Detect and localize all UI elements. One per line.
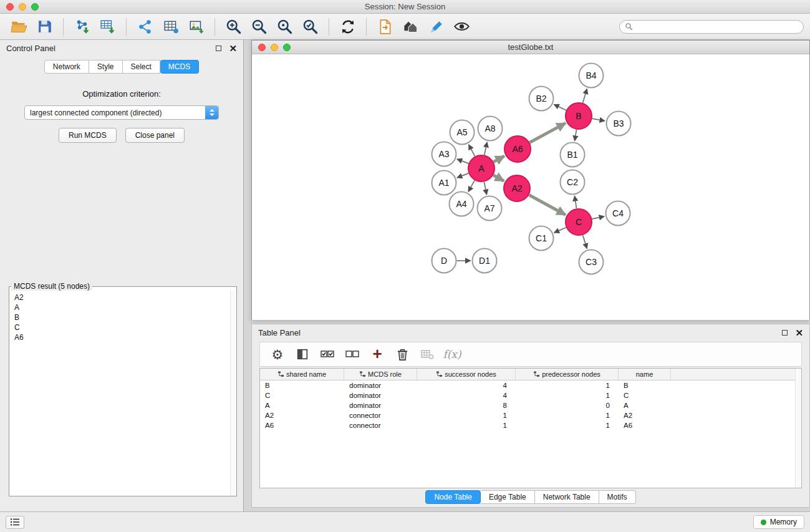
run-mcds-button[interactable]: Run MCDS (59, 128, 117, 143)
graph-node-A6[interactable]: A6 (504, 136, 531, 162)
save-session-button[interactable] (32, 16, 57, 37)
result-scrollbar[interactable] (230, 291, 236, 496)
function-builder-button[interactable]: f(x) (441, 344, 463, 364)
graph-edge-A-A2[interactable] (493, 175, 504, 181)
graph-node-A3[interactable]: A3 (432, 142, 456, 167)
open-file-button[interactable] (6, 16, 32, 37)
graph-node-B4[interactable]: B4 (579, 64, 604, 88)
close-panel-icon[interactable]: ✕ (229, 44, 237, 53)
select-all-button[interactable] (316, 344, 339, 364)
graph-node-B1[interactable]: B1 (561, 143, 585, 167)
graph-edge-C-C4[interactable] (592, 216, 605, 219)
delete-column-button[interactable] (391, 344, 413, 364)
table-row[interactable]: B dominator 4 1 B (260, 380, 801, 390)
import-table-button[interactable] (95, 16, 120, 37)
tab-select[interactable]: Select (123, 60, 160, 74)
graph-node-A4[interactable]: A4 (450, 192, 474, 216)
show-graphics-button[interactable] (449, 16, 475, 37)
graph-node-A1[interactable]: A1 (432, 171, 456, 195)
column-header-shared-name[interactable]: shared name (260, 369, 344, 380)
tab-style[interactable]: Style (89, 60, 123, 74)
table-row[interactable]: A2 connector 1 1 A2 (260, 410, 801, 420)
column-header-name[interactable]: name (619, 369, 671, 380)
graph-edge-C-C1[interactable] (554, 228, 566, 233)
tab-edge-table[interactable]: Edge Table (481, 490, 535, 504)
graph-node-C[interactable]: C (566, 209, 592, 235)
deselect-all-button[interactable] (341, 344, 364, 364)
delete-table-button[interactable] (416, 344, 438, 364)
add-column-button[interactable]: + (366, 344, 388, 364)
float-table-panel-icon[interactable] (782, 330, 788, 336)
memory-button[interactable]: Memory (753, 515, 804, 529)
graph-edge-B-B4[interactable] (583, 89, 587, 104)
graph-edge-A-A1[interactable] (457, 173, 469, 178)
graph-node-B2[interactable]: B2 (529, 87, 554, 111)
list-item[interactable]: B (14, 312, 231, 322)
apply-style-button[interactable] (423, 16, 449, 37)
graph-node-B[interactable]: B (566, 103, 592, 129)
graph-edge-A-A8[interactable] (485, 142, 488, 155)
graph-edge-B-B1[interactable] (575, 130, 577, 141)
optimization-criterion-dropdown[interactable]: largest connected component (directed) (24, 105, 219, 120)
graph-node-A[interactable]: A (468, 155, 494, 181)
list-item[interactable]: A2 (14, 293, 231, 302)
graph-edge-A-A3[interactable] (457, 159, 469, 163)
zoom-in-button[interactable] (221, 16, 246, 37)
network-canvas[interactable]: B4B2BB3A8A5A6A3B1AA1C2A2A4A7C4CC1DD1C3 (252, 54, 809, 320)
network-table-button[interactable] (158, 16, 183, 37)
graph-edge-B-B2[interactable] (554, 105, 566, 110)
graph-node-A2[interactable]: A2 (504, 175, 530, 201)
graph-node-A7[interactable]: A7 (478, 196, 502, 221)
task-history-button[interactable] (6, 516, 24, 529)
graph-edge-C-C3[interactable] (583, 235, 587, 249)
export-image-button[interactable] (183, 16, 209, 37)
tab-mcds[interactable]: MCDS (160, 60, 199, 74)
list-item[interactable]: A (14, 302, 231, 312)
table-row[interactable]: A6 connector 1 1 A6 (260, 420, 801, 430)
graph-edge-A-A6[interactable] (493, 156, 504, 162)
graph-edge-A-A7[interactable] (484, 182, 486, 195)
graph-edge-C-C2[interactable] (575, 196, 577, 208)
zoom-actual-size-button[interactable] (272, 16, 297, 37)
table-row[interactable]: C dominator 4 1 C (260, 390, 801, 400)
mcds-result-list[interactable]: A2 A B C A6 (9, 291, 236, 344)
refresh-view-button[interactable] (335, 16, 360, 37)
graph-edge-B-B3[interactable] (592, 118, 605, 121)
close-table-panel-icon[interactable]: ✕ (795, 328, 803, 337)
list-item[interactable]: A6 (14, 332, 231, 342)
tab-network[interactable]: Network (44, 60, 89, 74)
graph-node-B3[interactable]: B3 (607, 112, 631, 136)
graph-edge-A6-B[interactable] (529, 123, 566, 142)
network-graph[interactable]: B4B2BB3A8A5A6A3B1AA1C2A2A4A7C4CC1DD1C3 (252, 54, 809, 320)
graph-edge-A2-C[interactable] (529, 195, 566, 215)
graph-node-C1[interactable]: C1 (529, 226, 554, 251)
graph-node-C4[interactable]: C4 (606, 201, 630, 226)
table-settings-button[interactable]: ⚙ (266, 344, 289, 364)
graph-node-D[interactable]: D (432, 249, 456, 273)
table-scrollbar[interactable] (795, 369, 801, 488)
tab-node-table[interactable]: Node Table (425, 490, 481, 504)
graph-node-A8[interactable]: A8 (478, 117, 503, 141)
graph-node-C3[interactable]: C3 (579, 250, 604, 274)
zoom-fit-selected-button[interactable] (297, 16, 323, 37)
search-input[interactable] (636, 22, 798, 31)
column-header-mcds-role[interactable]: MCDS role (344, 369, 417, 380)
list-item[interactable]: C (14, 322, 231, 332)
graph-edge-A-A5[interactable] (469, 145, 475, 157)
graph-node-D1[interactable]: D1 (473, 249, 497, 273)
tab-network-table[interactable]: Network Table (535, 490, 599, 504)
import-network-button[interactable] (69, 16, 95, 37)
tab-motifs[interactable]: Motifs (599, 490, 636, 504)
graph-node-C2[interactable]: C2 (561, 170, 585, 195)
graph-edge-A-A4[interactable] (468, 180, 475, 191)
export-document-button[interactable] (372, 16, 398, 37)
column-header-successor-nodes[interactable]: successor nodes (417, 369, 516, 380)
graph-node-A5[interactable]: A5 (450, 120, 475, 145)
table-row[interactable]: A dominator 8 0 A (260, 400, 801, 410)
column-header-predecessor-nodes[interactable]: predecessor nodes (516, 369, 619, 380)
float-panel-icon[interactable] (216, 46, 221, 51)
close-panel-button[interactable]: Close panel (125, 128, 185, 143)
new-network-button[interactable] (132, 16, 158, 37)
column-selector-button[interactable] (291, 344, 314, 364)
zoom-out-button[interactable] (246, 16, 272, 37)
